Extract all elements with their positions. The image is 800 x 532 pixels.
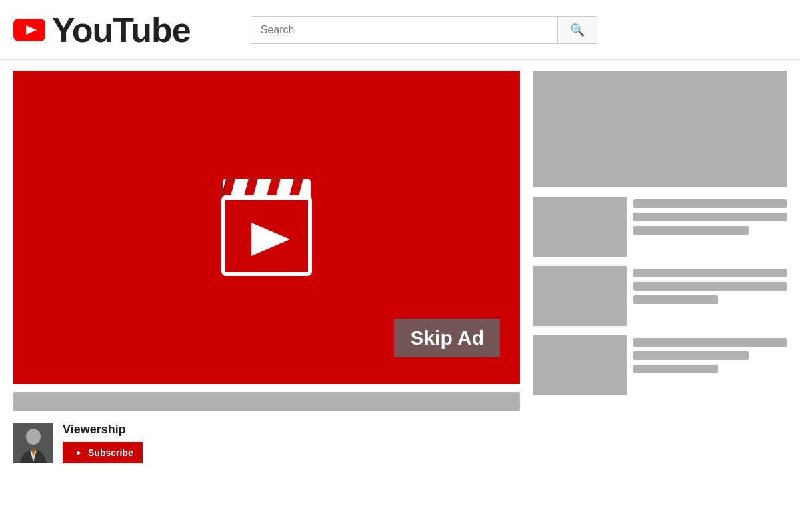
avatar-person-icon (13, 423, 53, 463)
list-item (533, 266, 787, 326)
svg-point-11 (26, 429, 41, 445)
text-line (633, 338, 787, 347)
text-line (633, 295, 718, 304)
text-line (633, 226, 749, 235)
channel-info: Viewership Subscribe (13, 419, 520, 467)
video-column: Skip Ad Viewership (13, 71, 520, 521)
subscribe-button[interactable]: Subscribe (63, 442, 143, 463)
search-area: 🔍 (251, 16, 597, 44)
header: YouTube 🔍 (0, 0, 800, 60)
list-item (533, 335, 787, 395)
text-line (633, 213, 787, 221)
video-player[interactable]: Skip Ad (13, 71, 520, 384)
search-icon: 🔍 (570, 23, 585, 37)
channel-details: Viewership Subscribe (63, 423, 143, 463)
subscribe-play-icon (72, 449, 84, 457)
sidebar-text-lines (633, 197, 787, 235)
sidebar-thumbnail (533, 266, 627, 326)
logo-area: YouTube (13, 10, 191, 50)
text-line (633, 199, 787, 208)
search-input[interactable] (251, 16, 557, 44)
film-clapper-icon (213, 176, 320, 279)
main-content: Skip Ad Viewership (0, 60, 800, 532)
video-progress-bar[interactable] (13, 392, 520, 411)
sidebar-text-lines (633, 266, 787, 304)
avatar (13, 423, 53, 463)
text-line (633, 269, 787, 277)
sidebar-banner-ad (533, 71, 787, 187)
skip-ad-button[interactable]: Skip Ad (394, 319, 500, 357)
text-line (633, 365, 718, 373)
search-button[interactable]: 🔍 (557, 16, 597, 44)
channel-name: Viewership (63, 423, 143, 437)
svg-marker-9 (251, 223, 290, 256)
sidebar-column (533, 71, 787, 521)
subscribe-label: Subscribe (88, 447, 133, 458)
sidebar-thumbnail (533, 335, 627, 395)
youtube-title: YouTube (52, 10, 191, 50)
list-item (533, 197, 787, 257)
text-line (633, 351, 749, 360)
sidebar-thumbnail (533, 197, 627, 257)
youtube-logo-icon (13, 19, 45, 41)
sidebar-text-lines (633, 335, 787, 373)
text-line (633, 282, 787, 291)
